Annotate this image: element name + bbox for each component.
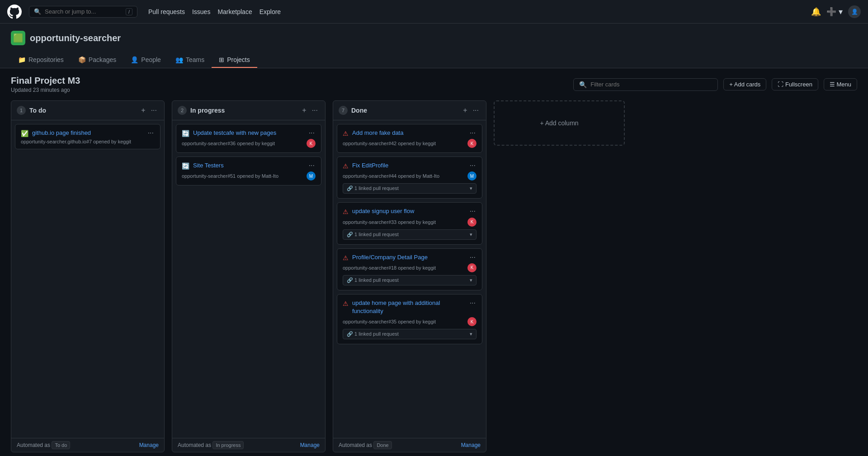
card-meta: opportunity-searcher#35 opened by keggit… bbox=[343, 317, 476, 326]
automated-badge: In progress bbox=[212, 441, 244, 449]
card-title[interactable]: github.io page finished bbox=[32, 129, 143, 137]
filter-text-input[interactable] bbox=[590, 81, 712, 88]
github-logo[interactable] bbox=[7, 5, 22, 19]
filter-cards-input[interactable]: 🔍 bbox=[573, 78, 718, 91]
card-avatar: K bbox=[467, 317, 476, 326]
column-title: Done bbox=[351, 107, 458, 114]
topnav: 🔍 / Pull requests Issues Marketplace Exp… bbox=[0, 0, 868, 24]
card-meta: opportunity-searcher#33 opened by keggit… bbox=[343, 218, 476, 227]
card-menu-button[interactable]: ··· bbox=[308, 162, 316, 170]
tab-packages[interactable]: 📦 Packages bbox=[71, 52, 123, 68]
column-title: To do bbox=[29, 107, 136, 114]
add-cards-button[interactable]: + Add cards bbox=[723, 78, 766, 90]
issues-link[interactable]: Issues bbox=[192, 8, 210, 15]
column-menu-button[interactable]: ··· bbox=[471, 105, 481, 115]
card-title[interactable]: Update testcafe with new pages bbox=[193, 129, 304, 137]
manage-link[interactable]: Manage bbox=[461, 442, 481, 448]
card: ⚠ update signup user flow ··· opportunit… bbox=[337, 202, 482, 244]
marketplace-link[interactable]: Marketplace bbox=[217, 8, 252, 15]
card-avatar: K bbox=[467, 139, 476, 148]
tab-repositories[interactable]: 📁 Repositories bbox=[11, 52, 71, 68]
card-title[interactable]: Site Testers bbox=[193, 162, 304, 170]
automated-badge: To do bbox=[52, 441, 70, 449]
card-status-icon: 🔄 bbox=[182, 162, 189, 170]
card: ⚠ update home page with additional funct… bbox=[337, 294, 482, 344]
card-title[interactable]: Profile/Company Detail Page bbox=[352, 253, 465, 261]
card-title[interactable]: Add more fake data bbox=[352, 129, 465, 137]
menu-button[interactable]: ☰ Menu bbox=[824, 78, 857, 90]
projects-icon: ⊞ bbox=[219, 56, 224, 63]
card-meta-text: opportunity-searcher.github.io#7 opened … bbox=[21, 139, 155, 144]
card-meta: opportunity-searcher#36 opened by keggit… bbox=[182, 139, 316, 148]
column-actions: + ··· bbox=[300, 105, 320, 115]
automated-label: Automated as To do bbox=[17, 442, 70, 448]
project-actions: 🔍 + Add cards ⛶ Fullscreen ☰ Menu bbox=[573, 78, 857, 91]
user-avatar[interactable]: 👤 bbox=[848, 5, 861, 18]
card-status-icon: ⚠ bbox=[343, 208, 349, 215]
column-menu-button[interactable]: ··· bbox=[310, 105, 320, 115]
explore-link[interactable]: Explore bbox=[259, 8, 281, 15]
add-card-button[interactable]: + bbox=[139, 105, 147, 115]
card-menu-button[interactable]: ··· bbox=[469, 162, 476, 170]
card: ⚠ Fix EditProfile ··· opportunity-search… bbox=[337, 157, 482, 199]
linked-pull-request[interactable]: 🔗 1 linked pull request ▾ bbox=[343, 183, 476, 194]
create-button[interactable]: ➕ ▾ bbox=[826, 7, 843, 17]
search-box[interactable]: 🔍 / bbox=[29, 6, 137, 18]
card-title[interactable]: update signup user flow bbox=[352, 207, 465, 215]
add-card-button[interactable]: + bbox=[461, 105, 469, 115]
column-num: 7 bbox=[339, 106, 348, 115]
people-icon: 👤 bbox=[131, 56, 138, 63]
search-input[interactable] bbox=[45, 8, 122, 15]
cards-container: ✅ github.io page finished ··· opportunit… bbox=[11, 120, 164, 438]
tab-people[interactable]: 👤 People bbox=[123, 52, 168, 68]
card-menu-button[interactable]: ··· bbox=[469, 253, 476, 261]
column-header: 2 In progress + ··· bbox=[172, 101, 325, 120]
card-avatar: M bbox=[467, 171, 476, 180]
automated-badge: Done bbox=[373, 441, 392, 449]
filter-icon: 🔍 bbox=[579, 81, 587, 88]
column-actions: + ··· bbox=[139, 105, 159, 115]
column-num: 1 bbox=[17, 106, 26, 115]
add-column-button[interactable]: + Add column bbox=[494, 100, 625, 146]
card-title[interactable]: Fix EditProfile bbox=[352, 162, 465, 170]
tab-teams[interactable]: 👥 Teams bbox=[168, 52, 212, 68]
topnav-links: Pull requests Issues Marketplace Explore bbox=[148, 8, 281, 15]
linked-label: 🔗 1 linked pull request bbox=[347, 277, 399, 283]
pull-requests-link[interactable]: Pull requests bbox=[148, 8, 185, 15]
notification-button[interactable]: 🔔 bbox=[811, 7, 821, 17]
card-header: 🔄 Site Testers ··· bbox=[182, 162, 316, 170]
card-meta: opportunity-searcher#18 opened by keggit… bbox=[343, 263, 476, 272]
card-menu-button[interactable]: ··· bbox=[469, 299, 476, 307]
add-card-button[interactable]: + bbox=[300, 105, 308, 115]
card-status-icon: 🔄 bbox=[182, 130, 189, 137]
tab-projects[interactable]: ⊞ Projects bbox=[212, 52, 257, 68]
card-meta-text: opportunity-searcher#36 opened by keggit bbox=[182, 141, 307, 146]
repos-icon: 📁 bbox=[18, 56, 26, 63]
linked-pull-request[interactable]: 🔗 1 linked pull request ▾ bbox=[343, 275, 476, 285]
fullscreen-button[interactable]: ⛶ Fullscreen bbox=[772, 78, 818, 90]
card-title[interactable]: update home page with additional functio… bbox=[352, 299, 465, 315]
manage-link[interactable]: Manage bbox=[139, 442, 159, 448]
org-tabs: 📁 Repositories 📦 Packages 👤 People 👥 Tea… bbox=[11, 52, 857, 68]
card-meta: opportunity-searcher#44 opened by Matt-I… bbox=[343, 171, 476, 180]
linked-label: 🔗 1 linked pull request bbox=[347, 185, 399, 191]
linked-pull-request[interactable]: 🔗 1 linked pull request ▾ bbox=[343, 329, 476, 339]
column-to-do: 1 To do + ··· ✅ github.io page finished … bbox=[11, 100, 165, 452]
card: ✅ github.io page finished ··· opportunit… bbox=[15, 124, 160, 149]
card-menu-button[interactable]: ··· bbox=[469, 129, 476, 137]
card-menu-button[interactable]: ··· bbox=[308, 129, 316, 137]
card-status-icon: ⚠ bbox=[343, 130, 349, 137]
card-avatar: K bbox=[467, 263, 476, 272]
card: ⚠ Add more fake data ··· opportunity-sea… bbox=[337, 124, 482, 153]
column-footer: Automated as In progress Manage bbox=[172, 438, 325, 452]
card-menu-button[interactable]: ··· bbox=[147, 129, 155, 137]
card-status-icon: ⚠ bbox=[343, 162, 349, 170]
manage-link[interactable]: Manage bbox=[300, 442, 320, 448]
card-menu-button[interactable]: ··· bbox=[469, 207, 476, 215]
linked-label: 🔗 1 linked pull request bbox=[347, 331, 399, 337]
column-menu-button[interactable]: ··· bbox=[149, 105, 159, 115]
card-header: ⚠ Add more fake data ··· bbox=[343, 129, 476, 137]
linked-pull-request[interactable]: 🔗 1 linked pull request ▾ bbox=[343, 229, 476, 240]
automated-label: Automated as In progress bbox=[178, 442, 244, 448]
column-title: In progress bbox=[190, 107, 297, 114]
